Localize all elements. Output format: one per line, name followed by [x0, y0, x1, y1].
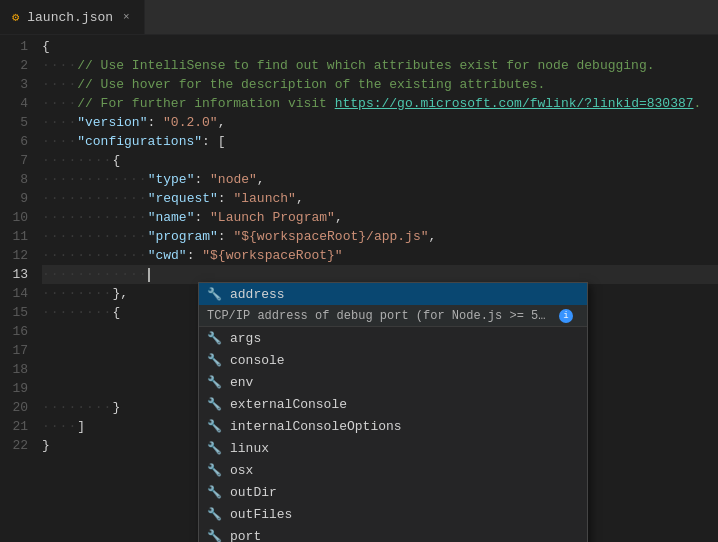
code-line-2: ····// Use IntelliSense to find out whic… [42, 56, 718, 75]
wrench-icon-env: 🔧 [207, 375, 222, 390]
autocomplete-label-internalConsoleOptions: internalConsoleOptions [230, 419, 402, 434]
tab-file-icon: ⚙ [12, 10, 19, 25]
line-num-10: 10 [0, 208, 34, 227]
line-num-9: 9 [0, 189, 34, 208]
autocomplete-label-outFiles: outFiles [230, 507, 292, 522]
autocomplete-label-address: address [230, 287, 285, 302]
autocomplete-label-outDir: outDir [230, 485, 277, 500]
autocomplete-item-env[interactable]: 🔧 env [199, 371, 587, 393]
line-num-13: 13 [0, 265, 34, 284]
code-line-10: ············"name": "Launch Program", [42, 208, 718, 227]
wrench-icon-outDir: 🔧 [207, 485, 222, 500]
line-num-2: 2 [0, 56, 34, 75]
autocomplete-label-env: env [230, 375, 253, 390]
autocomplete-item-address[interactable]: 🔧 address [199, 283, 587, 305]
code-line-11: ············"program": "${workspaceRoot}… [42, 227, 718, 246]
wrench-icon-internalConsoleOptions: 🔧 [207, 419, 222, 434]
code-line-6: ····"configurations": [ [42, 132, 718, 151]
wrench-icon-args: 🔧 [207, 331, 222, 346]
info-circle-icon: i [559, 309, 573, 323]
code-line-9: ············"request": "launch", [42, 189, 718, 208]
line-num-16: 16 [0, 322, 34, 341]
autocomplete-label-port: port [230, 529, 261, 543]
code-line-4: ····// For further information visit htt… [42, 94, 718, 113]
wrench-icon-osx: 🔧 [207, 463, 222, 478]
editor: 1 2 3 4 5 6 7 8 9 10 11 12 13 14 15 16 1… [0, 35, 718, 542]
autocomplete-item-outFiles[interactable]: 🔧 outFiles [199, 503, 587, 525]
line-num-14: 14 [0, 284, 34, 303]
tab-bar: ⚙ launch.json × [0, 0, 718, 35]
autocomplete-dropdown: 🔧 address TCP/IP address of debug port (… [198, 282, 588, 542]
wrench-icon-linux: 🔧 [207, 441, 222, 456]
text-cursor [148, 268, 150, 282]
line-num-15: 15 [0, 303, 34, 322]
autocomplete-label-osx: osx [230, 463, 253, 478]
line-num-7: 7 [0, 151, 34, 170]
wrench-icon-console: 🔧 [207, 353, 222, 368]
line-num-18: 18 [0, 360, 34, 379]
wrench-icon-externalConsole: 🔧 [207, 397, 222, 412]
line-num-17: 17 [0, 341, 34, 360]
line-numbers: 1 2 3 4 5 6 7 8 9 10 11 12 13 14 15 16 1… [0, 35, 42, 542]
autocomplete-label-args: args [230, 331, 261, 346]
wrench-icon: 🔧 [207, 287, 222, 302]
autocomplete-label-linux: linux [230, 441, 269, 456]
line-num-19: 19 [0, 379, 34, 398]
line-num-20: 20 [0, 398, 34, 417]
autocomplete-item-osx[interactable]: 🔧 osx [199, 459, 587, 481]
autocomplete-item-linux[interactable]: 🔧 linux [199, 437, 587, 459]
autocomplete-item-externalConsole[interactable]: 🔧 externalConsole [199, 393, 587, 415]
autocomplete-item-args[interactable]: 🔧 args [199, 327, 587, 349]
line-num-6: 6 [0, 132, 34, 151]
autocomplete-item-outDir[interactable]: 🔧 outDir [199, 481, 587, 503]
tab-close-button[interactable]: × [121, 9, 132, 25]
line-num-1: 1 [0, 37, 34, 56]
code-line-7: ········{ [42, 151, 718, 170]
autocomplete-label-console: console [230, 353, 285, 368]
line-num-3: 3 [0, 75, 34, 94]
line-num-8: 8 [0, 170, 34, 189]
autocomplete-label-externalConsole: externalConsole [230, 397, 347, 412]
code-line-8: ············"type": "node", [42, 170, 718, 189]
autocomplete-item-internalConsoleOptions[interactable]: 🔧 internalConsoleOptions [199, 415, 587, 437]
autocomplete-item-console[interactable]: 🔧 console [199, 349, 587, 371]
tab-launch-json[interactable]: ⚙ launch.json × [0, 0, 145, 34]
tab-label: launch.json [27, 10, 113, 25]
code-line-5: ····"version": "0.2.0", [42, 113, 718, 132]
code-line-12: ············"cwd": "${workspaceRoot}" [42, 246, 718, 265]
line-num-4: 4 [0, 94, 34, 113]
wrench-icon-outFiles: 🔧 [207, 507, 222, 522]
autocomplete-tooltip-row: TCP/IP address of debug port (for Node.j… [199, 305, 587, 327]
wrench-icon-port: 🔧 [207, 529, 222, 543]
line-num-22: 22 [0, 436, 34, 455]
tooltip-text: TCP/IP address of debug port (for Node.j… [207, 309, 547, 323]
autocomplete-item-port[interactable]: 🔧 port [199, 525, 587, 542]
line-num-12: 12 [0, 246, 34, 265]
line-num-21: 21 [0, 417, 34, 436]
code-line-1: { [42, 37, 718, 56]
code-line-3: ····// Use hover for the description of … [42, 75, 718, 94]
code-area[interactable]: { ····// Use IntelliSense to find out wh… [42, 35, 718, 542]
line-num-11: 11 [0, 227, 34, 246]
line-num-5: 5 [0, 113, 34, 132]
